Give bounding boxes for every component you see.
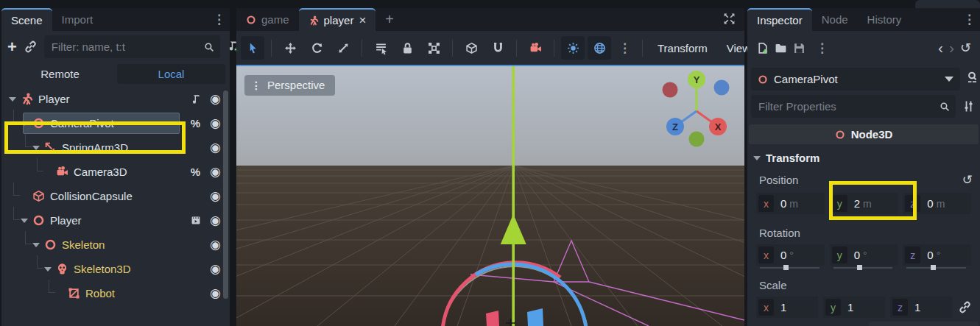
rotation-y-slider[interactable] [833,267,893,269]
scale-y-field[interactable]: y 1 [823,297,885,318]
chevron-down-icon[interactable] [32,146,40,150]
scale-z-field[interactable]: z 1 [890,297,952,318]
tree-row-skeleton[interactable]: Skeleton ◉ [1,233,230,257]
scene-filter-input[interactable] [50,40,200,54]
visibility-eye-icon[interactable]: ◉ [205,164,225,180]
visibility-eye-icon[interactable]: ◉ [205,237,225,252]
rotate-tool-button[interactable] [305,36,328,60]
new-scene-tab-button[interactable]: + [376,8,403,31]
tree-row-camerapivot[interactable]: CameraPivot % ◉ [1,111,230,135]
load-resource-folder-icon[interactable] [775,42,787,54]
remote-button[interactable]: Remote [6,64,114,84]
rotation-z-field[interactable]: z 0 ° [903,244,971,266]
tab-player-scene[interactable]: player × [299,8,376,31]
visibility-eye-icon[interactable]: ◉ [205,140,225,155]
history-back-icon[interactable]: ‹ [938,39,943,57]
tree-row-collisioncapsule[interactable]: CollisionCapsule ◉ [1,184,230,208]
tab-import[interactable]: Import [52,8,103,31]
chevron-down-icon[interactable] [9,97,16,102]
scale-property-row: Scale [747,273,980,295]
tree-row-camera3d[interactable]: Camera3D % ◉ [1,160,230,184]
local-space-button[interactable] [459,36,483,60]
tree-row-robot[interactable]: Robot ◉ [1,281,230,299]
revert-icon[interactable]: ↺ [962,172,973,188]
tab-inspector[interactable]: Inspector [747,8,812,31]
preview-environment-toggle[interactable] [588,36,611,60]
sun-environment-menu-icon[interactable]: ⋮ [614,42,635,54]
history-forward-icon[interactable]: › [949,39,954,57]
position-y-field[interactable]: y 2 m [830,193,898,214]
new-resource-icon[interactable] [756,42,769,54]
axis-y-chip: y [832,195,847,212]
scene-dock-menu-icon[interactable]: ⋮ [208,8,230,31]
camera-preview-button[interactable] [524,36,547,60]
position-x-field[interactable]: x 0 m [756,193,825,214]
save-icon[interactable] [793,42,805,54]
chevron-down-icon[interactable] [21,219,28,223]
visibility-eye-icon[interactable]: ◉ [205,188,225,204]
list-select-button[interactable] [369,36,392,60]
expand-viewport-icon[interactable] [723,13,736,28]
rotation-x-value: 0 [780,249,786,261]
instance-scene-icon[interactable] [24,40,37,53]
add-node-button[interactable]: + [7,39,17,55]
object-history-icon[interactable]: ↺ [960,40,971,56]
rotation-x-field[interactable]: x 0 ° [756,244,825,266]
close-icon[interactable]: × [359,13,366,28]
open-docs-icon[interactable] [964,71,980,84]
scale-link-chain-icon[interactable] [959,301,971,313]
class-header[interactable]: Node3D [749,124,979,144]
inspector-menu-icon[interactable]: ⋮ [959,8,980,31]
rotation-z-slider[interactable] [906,267,966,269]
select-tool-button[interactable] [241,36,264,60]
tab-scene[interactable]: Scene [1,8,52,31]
visibility-eye-icon[interactable]: ◉ [205,286,225,299]
axis-orientation-gizmo[interactable]: Y X Z [656,69,737,150]
visibility-eye-icon[interactable]: ◉ [205,261,225,277]
property-filter-input[interactable] [757,99,935,113]
chevron-down-icon[interactable] [44,267,52,272]
unique-name-percent-icon[interactable]: % [186,166,205,178]
perspective-button[interactable]: ⋮ Perspective [244,75,335,96]
axis-z-chip: z [892,299,908,316]
rotation-x-slider[interactable] [760,267,819,269]
property-tools-icon[interactable] [960,100,976,113]
edited-object-selector[interactable]: CameraPivot [751,68,960,91]
scale-x-field[interactable]: x 1 [756,297,818,318]
tree-row-springarm3d[interactable]: SpringArm3D ◉ [1,135,230,160]
position-y-value: 2 [854,197,860,210]
local-button[interactable]: Local [117,64,225,84]
lock-icon[interactable] [395,36,419,60]
rotation-y-field[interactable]: y 0 ° [830,244,898,266]
tree-indent-guide [49,280,55,293]
tree-row-skeleton3d[interactable]: Skeleton3D ◉ [1,257,230,281]
snap-magnet-button[interactable] [486,36,510,60]
scale-tool-button[interactable] [331,36,355,60]
visibility-eye-icon[interactable]: ◉ [205,213,225,228]
move-tool-button[interactable] [278,36,302,60]
viewport-3d[interactable]: ⋮ Perspective Y X Z [236,65,744,326]
tab-history[interactable]: History [858,8,912,31]
axis-z-chip: z [905,247,920,263]
position-z-field[interactable]: z 0 m [903,193,971,214]
axis-y-chip: y [825,299,841,316]
top-window-tab-sliver [915,0,980,8]
resource-menu-icon[interactable]: ⋮ [811,42,833,54]
tab-game-scene[interactable]: game [236,8,299,31]
chevron-down-icon[interactable] [21,121,28,126]
tree-row-player[interactable]: Player ◉ [1,87,230,111]
transform-section-header[interactable]: Transform [747,144,980,167]
script-icon[interactable] [191,94,201,104]
tab-node[interactable]: Node [812,8,858,31]
visibility-eye-icon[interactable]: ◉ [205,91,225,107]
group-icon[interactable] [422,36,445,60]
unique-name-percent-icon[interactable]: % [186,117,205,130]
property-filter-box[interactable] [751,95,956,118]
tree-row-player2[interactable]: Player ◉ [1,208,230,233]
preview-sun-toggle[interactable] [561,36,585,60]
transform-menu[interactable]: Transform [649,42,716,54]
movie-clapper-icon[interactable] [191,216,201,226]
chevron-down-icon[interactable] [32,243,40,247]
visibility-eye-icon[interactable]: ◉ [205,116,225,131]
scene-filter-box[interactable] [44,35,220,58]
